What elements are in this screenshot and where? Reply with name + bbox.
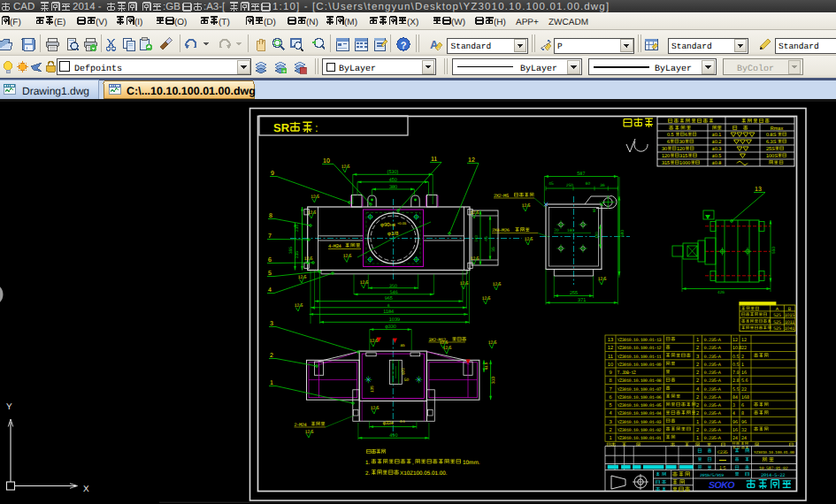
svg-text:9: 9 [271,171,274,177]
svg-text:12.5: 12.5 [471,256,479,262]
svg-text:C:\...10.10.100.01.00.dwg: C:\...10.10.100.01.00.dwg [127,85,256,97]
svg-text:5: 5 [268,271,272,277]
svg-text:12.5: 12.5 [308,210,317,216]
svg-text:250: 250 [566,183,573,188]
svg-text:CAD: CAD [13,2,35,12]
svg-text:0.8S: 0.8S [766,133,777,138]
svg-text:550: 550 [771,247,777,254]
svg-text:C235: C235 [717,450,728,455]
svg-text:Defpoints: Defpoints [74,64,122,74]
svg-text:12.5: 12.5 [460,281,469,286]
svg-text:±0.1: ±0.1 [712,133,722,138]
svg-text:YZ3010.10.100.01-04: YZ3010.10.100.01-04 [617,411,662,416]
svg-text:YZ3010.10.100.01-13: YZ3010.10.100.01-13 [617,338,662,343]
svg-text:380: 380 [389,185,397,190]
svg-text:0.235-A: 0.235-A [704,378,722,384]
svg-text::GB: :GB [163,2,180,12]
svg-text:φ20: φ20 [401,368,405,375]
svg-text:22: 22 [741,346,747,351]
svg-text:25S: 25S [766,147,775,152]
svg-text:0.5: 0.5 [667,133,674,138]
svg-text:Y: Y [6,402,12,412]
svg-text:1: 1 [696,338,699,343]
svg-text:(N): (N) [306,18,318,27]
svg-text:12.5: 12.5 [298,275,307,280]
svg-text:1041: 1041 [785,326,795,332]
svg-text:APP+: APP+ [516,18,539,27]
svg-text:2: 2 [696,410,699,416]
svg-text:ByLayer: ByLayer [339,65,376,74]
svg-text:Rmax: Rmax [771,126,784,132]
svg-text:4-M24: 4-M24 [328,243,342,249]
svg-text:2: 2 [696,362,699,368]
svg-text:0.235-A: 0.235-A [704,338,722,343]
svg-text:350: 350 [389,284,397,289]
svg-text:6.3S: 6.3S [766,140,777,145]
svg-text:±0.5: ±0.5 [712,154,722,159]
svg-text:96: 96 [741,420,747,425]
svg-text:8: 8 [609,378,611,384]
svg-text:ByLayer: ByLayer [520,65,557,74]
svg-text:(D): (D) [264,18,276,27]
svg-text:YZ3010.10.100.01-11: YZ3010.10.100.01-11 [617,355,662,360]
svg-text:10mm.: 10mm. [463,460,480,466]
svg-text:255: 255 [570,291,578,296]
svg-text:1: 1 [609,436,611,441]
svg-text:5.5: 5.5 [732,387,739,393]
svg-text:310: 310 [491,377,496,384]
svg-text:16: 16 [732,428,738,433]
svg-text:Standard: Standard [671,42,712,51]
svg-text:(O): (O) [174,18,187,27]
svg-text:5.6: 5.6 [741,378,748,384]
svg-text:743: 743 [474,235,479,242]
svg-text:1000: 1000 [679,161,690,166]
svg-text:70: 70 [554,228,559,233]
svg-text:13: 13 [608,337,613,343]
svg-text:SOKO: SOKO [709,480,734,491]
svg-text:6: 6 [609,394,611,401]
svg-text:H8: H8 [390,223,395,227]
svg-text:8: 8 [269,213,272,219]
svg-text:1: 1 [270,380,273,386]
svg-text:±0.8: ±0.8 [712,161,722,166]
svg-text:11: 11 [431,157,437,163]
svg-text:22: 22 [741,387,747,393]
svg-text:12.5: 12.5 [371,406,380,411]
svg-text:12.5: 12.5 [343,254,352,259]
svg-text:B: B [788,307,792,312]
svg-text:(W): (W) [451,18,465,27]
svg-text:?: ? [401,41,407,51]
svg-text:6: 6 [268,257,272,263]
svg-text:12.5: 12.5 [525,237,533,242]
svg-text:2: 2 [696,402,699,409]
svg-text:0.235-A: 0.235-A [704,370,722,376]
svg-text:525: 525 [773,326,781,332]
svg-text:2: 2 [741,355,744,360]
svg-text:12.5: 12.5 [360,280,369,286]
svg-text:(F): (F) [10,18,21,27]
svg-text:0.235-A: 0.235-A [704,403,722,409]
svg-text:(X): (X) [407,18,418,27]
svg-text:+: + [282,69,286,75]
svg-text:1: 1 [696,436,699,441]
svg-text:10: 10 [323,158,330,164]
svg-text:1011: 1011 [785,320,794,325]
svg-text:0.235-A: 0.235-A [704,387,722,393]
svg-text:315: 315 [679,154,687,159]
svg-text:0.235-A: 0.235-A [704,411,722,416]
svg-text:+0.05: +0.05 [397,221,407,225]
svg-text:61.5: 61.5 [484,362,488,370]
svg-text:φ330: φ330 [385,325,396,330]
svg-text:-0.5: -0.5 [399,420,405,424]
svg-text:(T): (T) [219,18,230,27]
svg-text:(I): (I) [134,18,142,27]
svg-text:ByColor: ByColor [737,64,774,74]
svg-text:168: 168 [741,395,749,401]
svg-text:0.235-A: 0.235-A [704,355,722,360]
svg-text:12.5: 12.5 [488,340,497,346]
svg-text:YZ3010.10.100.01-02: YZ3010.10.100.01-02 [617,428,662,433]
svg-text:30: 30 [662,147,667,152]
svg-text:2X4-M26: 2X4-M26 [492,228,510,233]
svg-text:0.235-A: 0.235-A [704,436,722,441]
svg-text:X: X [83,485,89,494]
